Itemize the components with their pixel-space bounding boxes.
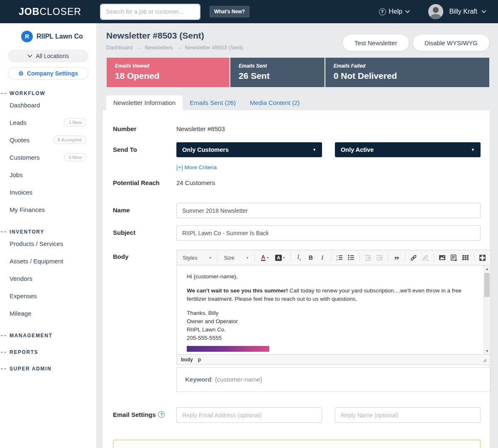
toolbar-separator [359,253,360,262]
toolbar-separator [254,253,255,262]
bullet-list-icon [348,254,354,261]
dash-icon [1,231,6,232]
element-path-p[interactable]: p [198,357,201,363]
toolbar-separator [388,253,388,262]
resize-handle-icon[interactable]: ◢ [483,358,486,362]
increase-indent-button[interactable] [374,252,385,263]
sidebar-item-invoices[interactable]: Invoices [0,183,96,201]
sidebar-section-management[interactable]: MANAGEMENT [0,333,96,338]
question-circle-icon[interactable]: ? [158,411,165,418]
decrease-indent-button[interactable] [363,252,374,263]
reply-name-input[interactable] [335,407,481,423]
sidebar-item-dashboard[interactable]: Dashboard [0,96,96,114]
sidebar-section-super-admin[interactable]: SUPER ADMIN [0,366,96,372]
sidebar-item-customers[interactable]: Customers3 New [0,149,96,166]
locations-dropdown[interactable]: All Locations [8,50,88,62]
remove-format-button[interactable]: Ix [294,252,305,263]
sidebar-item-products-services[interactable]: Products / Services [0,235,96,252]
page-title: Newsletter #8503 (Sent) [106,31,243,41]
numbered-list-button[interactable]: 12 [334,252,345,263]
styles-dropdown[interactable]: Styles ▾ [179,253,214,263]
bold-button[interactable]: B [305,252,316,263]
size-dropdown[interactable]: Size ▾ [220,253,251,263]
selected-option: Only Active [341,146,374,153]
arrow-right-icon: → [176,44,182,51]
sidebar-item-assets-equipment[interactable]: Assets / Equipment [0,252,96,270]
company-settings-button[interactable]: ⚙ Company Settings [8,67,88,80]
user-menu[interactable]: Billy Kraft [449,8,486,15]
send-to-select-audience[interactable]: Only Customers ▼ [176,142,322,157]
caret-down-icon: ▼ [312,148,316,152]
test-newsletter-button[interactable]: Test Newsletter [342,34,409,51]
breadcrumb-newsletters[interactable]: Newsletters [145,44,173,51]
search-input[interactable] [101,5,200,19]
italic-button[interactable]: I [317,252,328,263]
newsletter-information-panel: Number Newsletter #8503 Send To Only Cus… [103,110,490,448]
sidebar-item-mileage[interactable]: Mileage [0,304,96,322]
background-color-button[interactable]: A ▾ [273,252,288,263]
sidebar-item-vendors[interactable]: Vendors [0,270,96,287]
potential-reach-label: Potential Reach [113,179,176,186]
remove-format-icon: Ix [297,254,301,261]
tab-newsletter-information[interactable]: Newsletter Information [106,95,183,110]
send-to-row: Send To Only Customers ▼ Only Active ▼ [… [113,142,481,171]
maximize-button[interactable] [477,252,488,263]
more-criteria-link[interactable]: [+] More Criteria [176,164,217,170]
link-icon [410,254,417,261]
sidebar-item-leads[interactable]: Leads1 New [0,114,96,131]
scroll-up-icon[interactable]: ▲ [483,265,491,272]
sidebar-item-label: Mileage [10,310,32,317]
sidebar-item-label: Leads [10,119,27,126]
number-row: Number Newsletter #8503 [113,125,481,132]
whats-new-button[interactable]: What's New? [210,6,249,17]
wysiwyg-editor: Styles ▾ Size ▾ A ▾ [176,250,491,365]
reply-email-input[interactable] [176,407,322,423]
scrollbar-thumb[interactable] [484,273,490,297]
send-to-select-status[interactable]: Only Active ▼ [335,142,481,157]
sidebar-item-label: Invoices [10,189,32,196]
insert-template-button[interactable] [449,252,459,263]
embedded-banner-image [187,346,269,352]
element-path-body[interactable]: body [181,357,193,363]
sidebar-item-my-finances[interactable]: My Finances [0,201,96,218]
name-input[interactable] [176,203,481,218]
toolbar-separator [217,253,217,262]
signature-line: Owner and Operator [187,317,472,326]
blockquote-button[interactable]: ” [391,252,402,263]
image-button[interactable] [437,252,448,263]
section-label: INVENTORY [10,229,44,235]
potential-reach-row: Potential Reach 24 Customers [113,179,481,186]
user-avatar[interactable] [428,4,443,19]
name-label: Name [113,203,176,218]
tab-media-content[interactable]: Media Content (2) [243,95,307,110]
editor-content-area[interactable]: Hi {customer-name}, We can't wait to see… [177,265,491,354]
subject-input[interactable] [176,225,481,241]
email-stats-bar: Emails Viewed 18 Opened Emails Sent 26 S… [106,57,490,88]
unlink-icon [422,254,429,261]
sidebar-item-quotes[interactable]: Quotes8 Accepted [0,131,96,149]
sidebar-section-reports[interactable]: REPORTS [0,349,96,355]
background-color-icon: A [275,255,282,261]
table-button[interactable] [460,252,471,263]
disable-wysiwyg-button[interactable]: Disable WYSIWYG [413,34,490,51]
help-menu[interactable]: ? Help [379,8,410,15]
bold-icon: B [309,254,313,261]
sidebar-item-jobs[interactable]: Jobs [0,166,96,183]
logo-light: CLOSER [39,6,81,17]
scroll-down-icon[interactable]: ▼ [483,348,491,354]
unlink-button[interactable] [420,252,431,263]
section-label: WORKFLOW [10,90,45,96]
caret-down-icon: ▾ [267,256,269,260]
tab-emails-sent[interactable]: Emails Sent (26) [183,95,243,110]
link-button[interactable] [408,252,419,263]
app-logo: JOBCLOSER [19,6,81,17]
sidebar-item-expenses[interactable]: Expenses [0,287,96,304]
editor-toolbar: Styles ▾ Size ▾ A ▾ [177,250,491,265]
bullet-list-button[interactable] [346,252,356,263]
editor-scrollbar[interactable]: ▲ ▼ [483,265,491,354]
breadcrumb-dashboard[interactable]: Dashboard [106,44,133,51]
text-color-button[interactable]: A ▾ [258,252,272,263]
dash-icon [1,335,6,336]
text-color-icon: A [261,254,266,261]
quotes-badge: 8 Accepted [53,136,86,144]
